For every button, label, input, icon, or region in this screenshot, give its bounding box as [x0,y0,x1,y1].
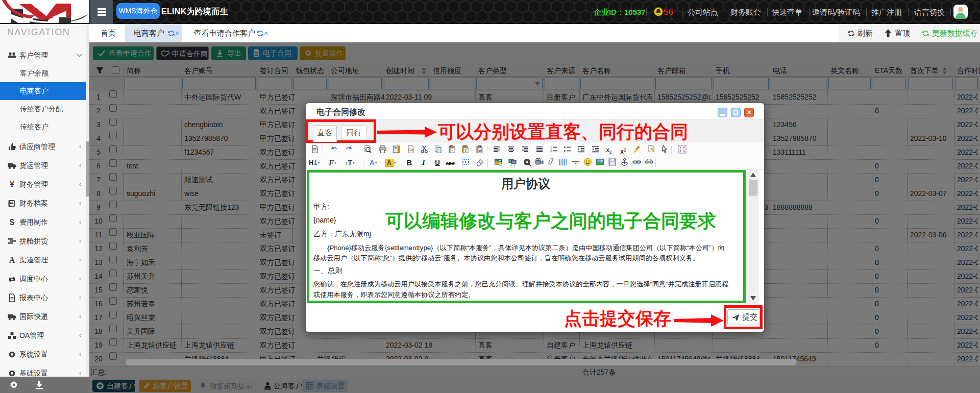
svg-text:1.: 1. [550,146,553,149]
svg-text:W: W [478,149,482,153]
svg-text:A: A [9,256,15,264]
svg-text:2.: 2. [550,150,553,153]
svg-text:$: $ [10,218,14,227]
svg-text:¥: ¥ [10,180,14,189]
svg-text:T: T [464,149,467,153]
svg-text:C#: C# [408,148,413,152]
